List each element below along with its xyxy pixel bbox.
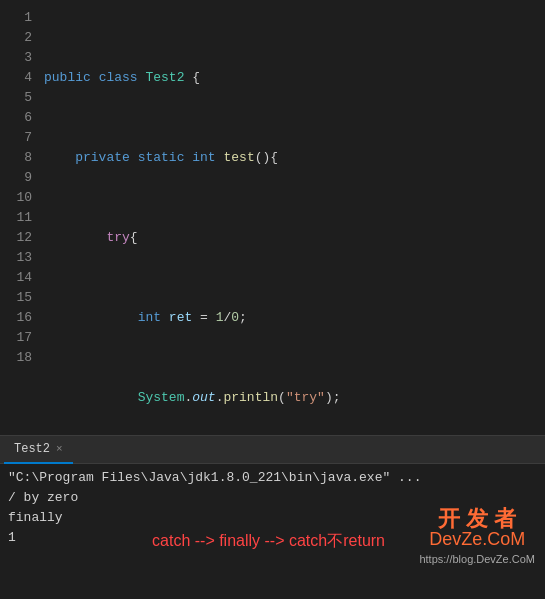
line-num-2: 2 — [0, 28, 32, 48]
line-num-12: 12 — [0, 228, 32, 248]
annotation-text: catch --> finally --> catch不return — [152, 531, 385, 551]
line-num-7: 7 — [0, 128, 32, 148]
code-line-3: try{ — [44, 228, 545, 248]
line-num-11: 11 — [0, 208, 32, 228]
console-output-line-1: / by zero — [8, 488, 537, 508]
console-cmd-line: "C:\Program Files\Java\jdk1.8.0_221\bin\… — [8, 468, 537, 488]
tab-label: Test2 — [14, 442, 50, 456]
bottom-panel: Test2 × "C:\Program Files\Java\jdk1.8.0_… — [0, 435, 545, 599]
code-editor: 1 2 3 4 5 6 7 8 9 10 11 12 13 14 15 16 1… — [0, 0, 545, 435]
line-num-13: 13 — [0, 248, 32, 268]
code-line-5: System.out.println("try"); — [44, 388, 545, 408]
line-num-14: 14 — [0, 268, 32, 288]
watermark-url: https://blog.DevZe.CoM — [419, 549, 535, 569]
console-output: "C:\Program Files\Java\jdk1.8.0_221\bin\… — [0, 464, 545, 599]
line-num-9: 9 — [0, 168, 32, 188]
line-num-15: 15 — [0, 288, 32, 308]
line-num-6: 6 — [0, 108, 32, 128]
code-lines: public class Test2 { private static int … — [40, 0, 545, 435]
tab-close-button[interactable]: × — [56, 443, 63, 455]
line-num-18: 18 — [0, 348, 32, 368]
code-line-2: private static int test(){ — [44, 148, 545, 168]
line-num-10: 10 — [0, 188, 32, 208]
console-tab[interactable]: Test2 × — [4, 436, 73, 464]
code-line-4: int ret = 1/0; — [44, 308, 545, 328]
watermark-line2: DevZe.CoM — [419, 529, 535, 549]
line-numbers: 1 2 3 4 5 6 7 8 9 10 11 12 13 14 15 16 1… — [0, 0, 40, 435]
line-num-3: 3 — [0, 48, 32, 68]
line-num-8: 8 — [0, 148, 32, 168]
line-num-16: 16 — [0, 308, 32, 328]
code-line-1: public class Test2 { — [44, 68, 545, 88]
console-tab-bar: Test2 × — [0, 436, 545, 464]
line-num-1: 1 — [0, 8, 32, 28]
watermark-line1: 开 发 者 — [419, 509, 535, 529]
line-num-17: 17 — [0, 328, 32, 348]
watermark: 开 发 者 DevZe.CoM https://blog.DevZe.CoM — [419, 509, 535, 569]
line-num-5: 5 — [0, 88, 32, 108]
line-num-4: 4 — [0, 68, 32, 88]
